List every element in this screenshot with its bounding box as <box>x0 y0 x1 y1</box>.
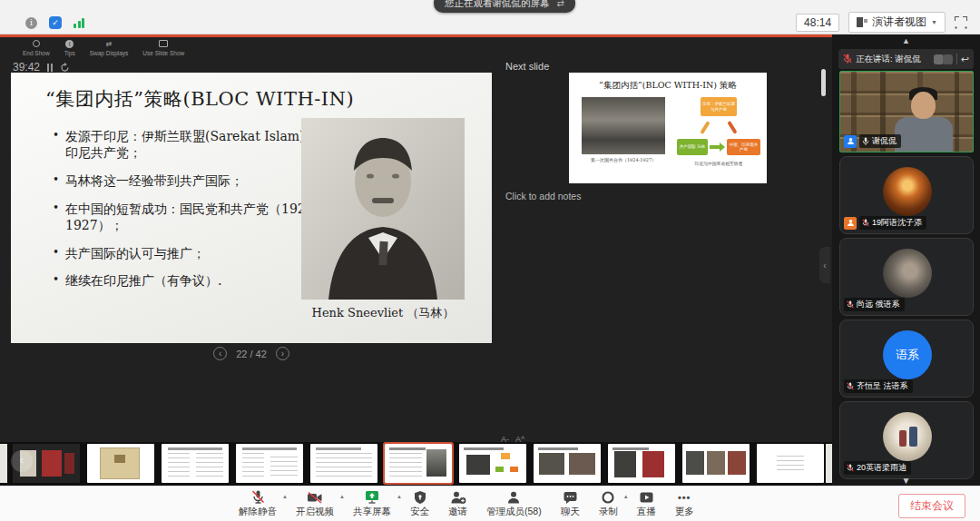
caret-up-icon[interactable]: ▲ <box>339 494 345 499</box>
filmstrip-slide-thumbnail-active[interactable] <box>385 444 452 483</box>
participant-name-tag: 尚远 俄语系 <box>844 298 905 311</box>
current-slide[interactable]: “集团内括”策略(BLOC WITH-IN) 发源于印尼：伊斯兰联盟(Sarek… <box>11 73 492 343</box>
shield-icon[interactable]: ✓ <box>49 16 62 29</box>
caret-up-icon[interactable]: ▲ <box>397 494 402 499</box>
reply-arrow-icon[interactable]: ↩ <box>961 54 969 65</box>
next-slide-icon[interactable]: › <box>276 347 289 360</box>
participant-name-tag: 谢侃侃 <box>859 134 901 148</box>
slide-title: “集团内括”策略(BLOC WITH-IN) <box>45 86 354 112</box>
share-screen-button[interactable]: 共享屏幕 ▲ <box>353 489 391 518</box>
participant-video-tile[interactable]: 谢侃侃 <box>839 71 974 152</box>
filmstrip-slide-thumbnail[interactable] <box>682 444 750 483</box>
banner-collapse-icon[interactable]: ⇄ <box>557 0 564 8</box>
view-mode-dropdown[interactable]: 演讲者视图 ▼ <box>848 12 946 33</box>
sidebar-collapse-up-icon[interactable]: ▲ <box>832 36 980 45</box>
invite-button[interactable]: 邀请 <box>448 489 467 518</box>
slide-bullet: 发源于印尼：伊斯兰联盟(Sarekat Islam)与印尼共产党； <box>53 129 325 162</box>
security-button[interactable]: 安全 <box>410 489 429 518</box>
filmstrip-previous-icon[interactable]: ‹ <box>11 450 33 472</box>
participant-video-tile[interactable]: 语系 齐恒呈 法语系 <box>839 319 974 398</box>
filmstrip-slide-thumbnail[interactable] <box>236 444 303 483</box>
slide-page-indicator: 22 / 42 <box>236 349 267 359</box>
security-shield-icon <box>413 489 427 505</box>
muted-mic-icon <box>250 489 266 505</box>
manage-members-button[interactable]: 管理成员(58) <box>486 489 542 518</box>
use-slide-show-button[interactable]: Use Slide Show <box>142 39 184 56</box>
live-stream-icon <box>639 489 654 505</box>
slide-bullet: 共产国际的认可与推广； <box>53 246 325 262</box>
filmstrip-slide-thumbnail[interactable] <box>310 444 377 483</box>
tips-button[interactable]: i Tips <box>64 39 75 56</box>
speaking-now-label: 正在讲话: 谢侃侃 <box>856 54 930 65</box>
restart-timer-icon[interactable] <box>60 63 70 73</box>
diagram-arrow-icon <box>710 145 720 149</box>
meeting-timer: 48:14 <box>796 14 839 32</box>
participant-video-tile[interactable]: 19阿语沈子添 <box>839 156 974 234</box>
members-icon <box>506 489 521 505</box>
diagram-caption: 印尼与中国革命相互联通 <box>676 161 761 166</box>
unmute-button[interactable]: 解除静音 ▲ <box>239 489 277 518</box>
filmstrip-slide-thumbnail[interactable] <box>87 444 154 483</box>
co-host-badge-icon <box>844 217 857 230</box>
end-show-button[interactable]: End Show <box>23 39 50 56</box>
speaking-now-header: 正在讲话: 谢侃侃 ↩ <box>838 49 974 69</box>
participant-name-tag: 19阿语沈子添 <box>859 216 926 230</box>
sidebar-scroll-down-icon[interactable]: ▼ <box>832 476 980 486</box>
filmstrip-slide-thumbnail[interactable] <box>459 444 526 483</box>
live-stream-button[interactable]: 直播 <box>637 489 656 518</box>
slide-bullet: 在中国的短暂成功：国民党和共产党（1924-1927）； <box>53 202 325 234</box>
portrait-caption: Henk Sneevliet （马林） <box>292 305 474 321</box>
participant-video-tile[interactable]: 尚远 俄语系 <box>839 238 974 316</box>
avatar <box>943 54 953 64</box>
host-badge-icon <box>844 135 857 148</box>
notes-placeholder[interactable]: Click to add notes <box>505 191 581 202</box>
speaker-silhouette <box>895 117 953 152</box>
meeting-window: i ✓ 48:14 演讲者视图 ▼ 您正在观看谢侃侃的屏幕 ⇄ End Show <box>0 0 980 521</box>
more-dots-icon: ••• <box>678 492 691 503</box>
info-icon[interactable]: i <box>25 17 37 29</box>
filmstrip-slide-thumbnail[interactable] <box>757 444 824 483</box>
sidebar-collapse-handle[interactable]: ‹ <box>819 247 830 283</box>
next-slide-title: “集团内括”(BLOC WITH-IN) 策略 <box>569 80 767 92</box>
end-meeting-button[interactable]: 结束会议 <box>898 494 965 518</box>
slide-bullet-list: 发源于印尼：伊斯兰联盟(Sarekat Islam)与印尼共产党； 马林将这一经… <box>53 129 325 301</box>
scrollbar[interactable] <box>821 69 826 96</box>
slide-bullet: 马林将这一经验带到共产国际； <box>53 173 325 190</box>
end-show-icon <box>33 39 40 48</box>
avatar <box>883 167 932 216</box>
filmstrip-slide-thumbnail[interactable] <box>534 444 601 483</box>
diagram-top-box: 印尼：伊斯兰联盟与共产党 <box>701 97 737 116</box>
swap-displays-icon: ⇄ <box>106 39 113 48</box>
filmstrip-slide-thumbnail[interactable] <box>162 444 229 483</box>
next-slide-label: Next slide <box>505 61 549 72</box>
slide-navigation: ‹ 22 / 42 › <box>11 347 492 360</box>
fullscreen-icon[interactable] <box>955 16 967 29</box>
participant-name: 谢侃侃 <box>872 135 897 147</box>
top-bar-controls: 48:14 演讲者视图 ▼ <box>796 12 967 33</box>
tips-icon: i <box>65 39 74 48</box>
screen-share-border <box>0 34 832 37</box>
next-slide-preview[interactable]: “集团内括”(BLOC WITH-IN) 策略 第一次国共合作（1924-192… <box>569 73 767 183</box>
network-signal-icon[interactable] <box>74 17 84 28</box>
filmstrip-slide-thumbnail[interactable] <box>608 444 675 483</box>
filmstrip-slide-thumbnail[interactable] <box>0 444 7 483</box>
participant-video-tile[interactable]: 20英语梁雨迪 <box>839 401 974 479</box>
pause-timer-icon[interactable] <box>47 64 53 72</box>
previous-slide-icon[interactable]: ‹ <box>213 347 227 360</box>
caret-up-icon[interactable]: ▲ <box>623 494 629 499</box>
presentation-timer: 39:42 <box>13 61 70 74</box>
muted-mic-icon <box>847 382 854 391</box>
start-video-button[interactable]: 开启视频 ▲ <box>296 489 334 518</box>
record-button[interactable]: 录制 ▲ <box>599 489 618 518</box>
participant-name: 尚远 俄语系 <box>857 299 900 310</box>
caret-up-icon[interactable]: ▲ <box>282 494 288 499</box>
view-mode-label: 演讲者视图 <box>872 15 926 30</box>
more-button[interactable]: ••• 更多 <box>675 489 694 518</box>
muted-mic-icon <box>843 54 852 64</box>
muted-mic-icon <box>847 300 854 310</box>
use-slide-show-icon <box>159 39 168 48</box>
watching-banner[interactable]: 您正在观看谢侃侃的屏幕 ⇄ <box>434 0 575 13</box>
filmstrip-slide-thumbnail[interactable] <box>826 444 832 483</box>
swap-displays-button[interactable]: ⇄ Swap Displays <box>90 39 129 56</box>
chat-button[interactable]: 聊天 <box>561 489 580 518</box>
